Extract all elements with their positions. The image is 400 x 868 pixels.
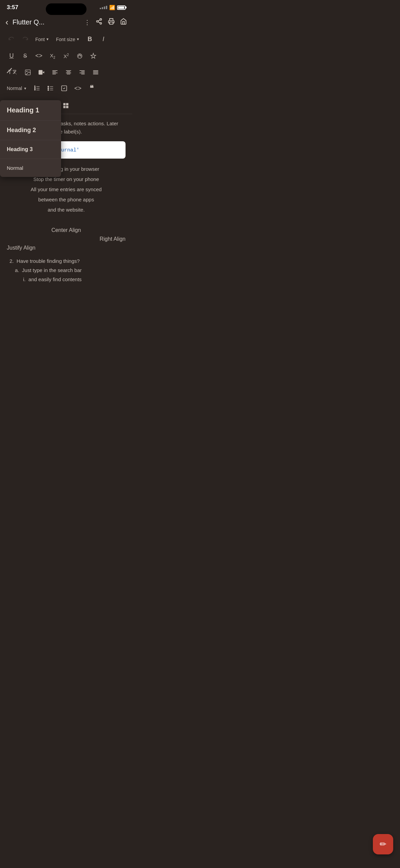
nav-title: Flutter Q... (13, 18, 80, 26)
svg-point-42 (48, 89, 49, 90)
normal-option[interactable]: Normal (0, 159, 61, 177)
svg-point-8 (81, 56, 81, 56)
align-right-button[interactable] (76, 67, 88, 78)
strikethrough-button[interactable]: S (19, 51, 31, 61)
print-icon[interactable] (108, 18, 115, 26)
font-size-dropdown-arrow: ▼ (76, 37, 80, 41)
video-button[interactable] (35, 67, 47, 78)
numbered-list: 2. Have trouble finding things? a. Just … (0, 254, 132, 287)
numbered-sub-sub-item-i: i. and easily find contents (7, 275, 126, 284)
dynamic-island (46, 3, 87, 15)
share-icon[interactable] (96, 18, 102, 26)
right-align-section: Right Align (0, 236, 132, 245)
svg-line-3 (98, 22, 100, 23)
svg-rect-53 (63, 103, 66, 106)
svg-point-0 (100, 19, 102, 20)
code-block-button[interactable]: <> (72, 83, 84, 94)
heading1-option[interactable]: Heading 1 (0, 100, 61, 121)
svg-point-7 (78, 56, 79, 56)
font-dropdown-arrow: ▼ (46, 37, 49, 41)
format-dropdown[interactable]: Normal ▼ (4, 84, 30, 92)
bullet-item-3: All your time entries are synced (7, 184, 126, 195)
justify-align-section: Justify Align (0, 245, 132, 254)
font-dropdown[interactable]: Font ▼ (33, 35, 52, 44)
bullet-item-4: between the phone apps (7, 195, 126, 205)
svg-line-4 (98, 20, 100, 21)
inline-code-button[interactable]: <> (33, 50, 45, 61)
heading3-option[interactable]: Heading 3 (0, 140, 61, 159)
center-align-text: Center Align (51, 227, 81, 233)
status-bar: 3:57 📶 (0, 0, 132, 14)
clear-format-button[interactable]: T (5, 67, 20, 77)
back-button[interactable]: ‹ (5, 17, 8, 28)
svg-point-12 (26, 71, 27, 72)
format-label: Normal (7, 86, 22, 91)
highlight-button[interactable] (87, 51, 99, 61)
svg-rect-55 (63, 106, 66, 108)
nav-bar: ‹ Flutter Q... ⋮ (0, 14, 132, 31)
toolbar-row-1: Font ▼ Font size ▼ B I (0, 31, 132, 48)
signal-icon (100, 6, 107, 9)
heading2-option[interactable]: Heading 2 (0, 121, 61, 140)
justify-align-text: Justify Align (7, 245, 35, 251)
svg-rect-54 (66, 103, 69, 106)
numbered-sub-item-a: a. Just type in the search bar (7, 266, 126, 275)
toolbar-row-2: U S <> X2 X2 (0, 48, 132, 64)
nav-icons: ⋮ (84, 18, 127, 26)
svg-text:3: 3 (35, 89, 36, 91)
font-size-label: Font size (56, 37, 75, 42)
battery-icon (117, 5, 126, 10)
blockquote-button[interactable]: ❝ (85, 82, 98, 95)
svg-point-41 (48, 88, 49, 89)
svg-point-2 (100, 22, 102, 24)
redo-button[interactable] (19, 34, 31, 45)
svg-point-40 (48, 86, 49, 87)
table-button[interactable] (60, 100, 72, 111)
home-icon[interactable] (120, 18, 127, 26)
superscript-button[interactable]: X2 (60, 51, 72, 61)
right-align-text: Right Align (100, 236, 126, 242)
align-center-button[interactable] (62, 67, 75, 78)
undo-button[interactable] (5, 34, 18, 45)
svg-point-9 (79, 54, 80, 55)
wifi-icon: 📶 (109, 5, 115, 10)
svg-rect-5 (110, 22, 113, 24)
more-options-icon[interactable]: ⋮ (84, 19, 90, 26)
subscript-button[interactable]: X2 (46, 51, 59, 61)
svg-point-1 (97, 21, 98, 22)
status-time: 3:57 (7, 4, 18, 11)
italic-button[interactable]: I (97, 34, 110, 45)
underline-button[interactable]: U (5, 50, 18, 61)
svg-rect-56 (66, 106, 69, 108)
toolbar-row-4: Normal ▼ 1 2 3 (0, 80, 132, 97)
image-button[interactable] (22, 67, 34, 78)
svg-rect-13 (38, 70, 42, 74)
text-color-button[interactable] (74, 51, 86, 61)
ordered-list-button[interactable]: 1 2 3 (31, 83, 43, 94)
align-justify-button[interactable] (90, 67, 102, 78)
svg-marker-14 (42, 71, 44, 74)
status-icons: 📶 (100, 5, 126, 10)
bullet-item-5: and the website. (7, 205, 126, 215)
numbered-item-2: 2. Have trouble finding things? (7, 256, 126, 266)
align-left-button[interactable] (49, 67, 61, 78)
center-align-section: Center Align (0, 220, 132, 236)
toolbar-row-3: T (0, 64, 132, 80)
checklist-button[interactable] (58, 83, 70, 94)
bold-button[interactable]: B (84, 34, 96, 45)
format-dropdown-menu: Heading 1 Heading 2 Heading 3 Normal (0, 100, 61, 177)
font-label: Font (35, 37, 45, 42)
font-size-dropdown[interactable]: Font size ▼ (53, 35, 82, 44)
bullet-list-button[interactable] (44, 83, 57, 94)
